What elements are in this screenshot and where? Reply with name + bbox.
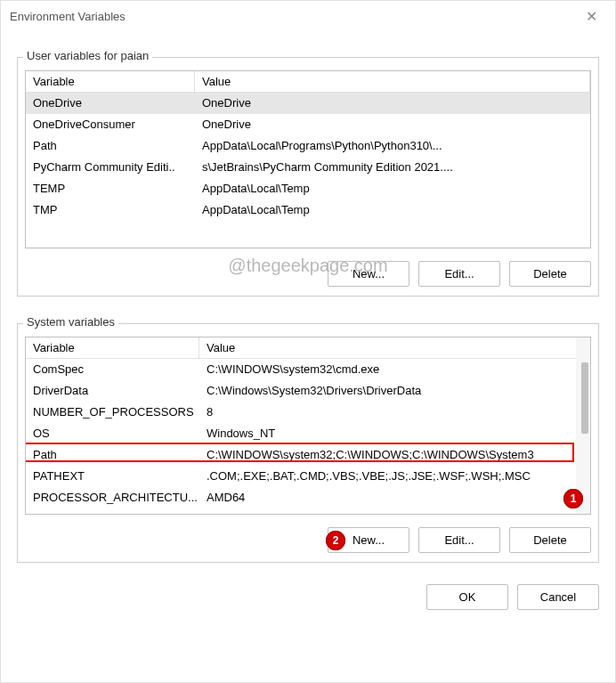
user-variables-group: User variables for paian Variable Value …	[17, 57, 599, 297]
variable-name: DriverData	[26, 380, 199, 402]
list-header: Variable Value	[26, 337, 590, 359]
table-row[interactable]: PATHEXT.COM;.EXE;.BAT;.CMD;.VBS;.VBE;.JS…	[26, 466, 590, 487]
variable-value: AppData\Local\Temp	[195, 178, 590, 199]
variable-value: Windows_NT	[199, 423, 590, 444]
cancel-button[interactable]: Cancel	[517, 584, 599, 610]
variable-value: C:\Windows\System32\Drivers\DriverData	[199, 380, 590, 402]
variable-name: OneDrive	[26, 93, 195, 114]
variable-value: OneDrive	[195, 93, 590, 114]
scrollbar-thumb[interactable]	[581, 362, 588, 434]
user-group-label: User variables for paian	[23, 49, 152, 62]
variable-name: ComSpec	[26, 359, 199, 380]
variable-value: AppData\Local\Temp	[195, 199, 590, 221]
scrollbar[interactable]	[576, 337, 590, 514]
header-variable[interactable]: Variable	[26, 337, 199, 358]
table-row[interactable]: TMPAppData\Local\Temp	[26, 199, 590, 221]
variable-value: C:\WINDOWS\system32\cmd.exe	[199, 359, 590, 380]
variable-name: NUMBER_OF_PROCESSORS	[26, 402, 199, 423]
variable-value: C:\WINDOWS\system32;C:\WINDOWS;C:\WINDOW…	[199, 444, 590, 466]
close-icon[interactable]: ✕	[577, 6, 606, 27]
table-row[interactable]: PyCharm Community Editi..s\JetBrains\PyC…	[26, 157, 590, 178]
table-row[interactable]: ComSpecC:\WINDOWS\system32\cmd.exe	[26, 359, 590, 380]
variable-name: TEMP	[26, 178, 195, 199]
variable-value: OneDrive	[195, 114, 590, 135]
system-group-label: System variables	[23, 315, 118, 329]
ok-button[interactable]: OK	[426, 584, 508, 610]
variable-value: .COM;.EXE;.BAT;.CMD;.VBS;.VBE;.JS;.JSE;.…	[199, 466, 590, 487]
table-row[interactable]: DriverDataC:\Windows\System32\Drivers\Dr…	[26, 380, 590, 402]
variable-value: AMD64	[199, 487, 590, 508]
table-row[interactable]: PathAppData\Local\Programs\Python\Python…	[26, 135, 590, 157]
table-row[interactable]: OSWindows_NT	[26, 423, 590, 444]
system-delete-button[interactable]: Delete	[509, 527, 591, 553]
system-edit-button[interactable]: Edit...	[418, 527, 500, 553]
variable-name: PyCharm Community Editi..	[26, 157, 195, 178]
variable-value: s\JetBrains\PyCharm Community Edition 20…	[195, 157, 590, 178]
callout-1: 1	[563, 489, 583, 508]
table-row[interactable]: OneDriveConsumerOneDrive	[26, 114, 590, 135]
variable-name: Path	[26, 135, 195, 157]
window-title: Environment Variables	[10, 10, 126, 23]
variable-value: AppData\Local\Programs\Python\Python310\…	[195, 135, 590, 157]
system-variables-group: System variables Variable Value ComSpecC…	[17, 323, 599, 563]
variable-name: Path	[26, 444, 199, 466]
variable-name: OS	[26, 423, 199, 444]
variable-name: TMP	[26, 199, 195, 221]
variable-name: PATHEXT	[26, 466, 199, 487]
table-row[interactable]: PROCESSOR_ARCHITECTU...AMD64	[26, 487, 590, 508]
variable-value: 8	[199, 402, 590, 423]
header-variable[interactable]: Variable	[26, 71, 195, 92]
table-row[interactable]: PathC:\WINDOWS\system32;C:\WINDOWS;C:\WI…	[26, 444, 590, 466]
callout-2: 2	[326, 531, 345, 550]
header-value[interactable]: Value	[199, 337, 590, 358]
table-row[interactable]: TEMPAppData\Local\Temp	[26, 178, 590, 199]
system-variables-list[interactable]: Variable Value ComSpecC:\WINDOWS\system3…	[25, 337, 591, 515]
titlebar: Environment Variables ✕	[1, 1, 615, 32]
environment-variables-dialog: Environment Variables ✕ User variables f…	[0, 0, 616, 683]
user-variables-list[interactable]: Variable Value OneDriveOneDriveOneDriveC…	[25, 70, 591, 248]
user-delete-button[interactable]: Delete	[509, 261, 591, 287]
header-value[interactable]: Value	[195, 71, 590, 92]
user-new-button[interactable]: New...	[328, 261, 409, 287]
list-header: Variable Value	[26, 71, 590, 93]
variable-name: OneDriveConsumer	[26, 114, 195, 135]
table-row[interactable]: NUMBER_OF_PROCESSORS8	[26, 402, 590, 423]
table-row[interactable]: OneDriveOneDrive	[26, 93, 590, 114]
user-edit-button[interactable]: Edit...	[418, 261, 500, 287]
variable-name: PROCESSOR_ARCHITECTU...	[26, 487, 199, 508]
